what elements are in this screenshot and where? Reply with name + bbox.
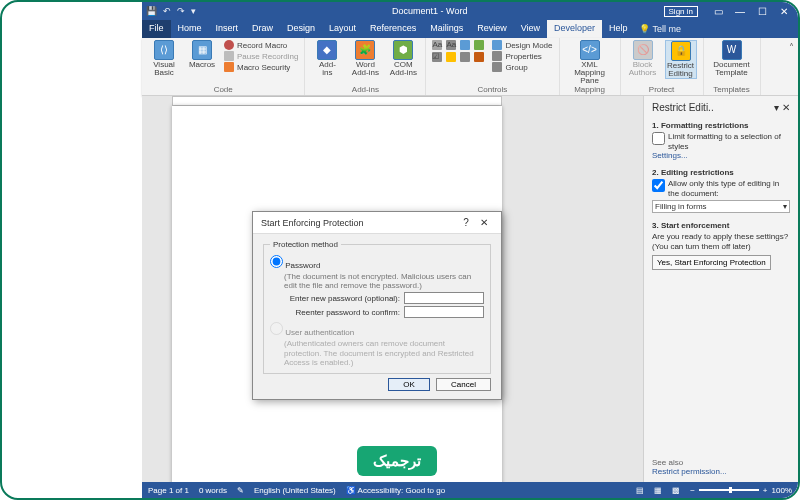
- group-label: Add-ins: [311, 85, 419, 95]
- collapse-ribbon-icon[interactable]: ˄: [785, 38, 798, 95]
- user-auth-description: (Authenticated owners can remove documen…: [284, 339, 484, 367]
- tab-file[interactable]: File: [142, 20, 171, 38]
- macros-button[interactable]: ▦Macros: [186, 40, 218, 69]
- control-richtext-icon[interactable]: Aa: [432, 40, 442, 50]
- control-dropdown-icon[interactable]: [460, 52, 470, 62]
- password-radio[interactable]: Password: [270, 261, 320, 270]
- watermark-badge: ترجمیک: [357, 446, 437, 476]
- tab-home[interactable]: Home: [171, 20, 209, 38]
- block-authors-button: 🚫Block Authors: [627, 40, 659, 77]
- group-icon: [492, 62, 502, 72]
- dialog-close-icon[interactable]: ✕: [475, 217, 493, 228]
- tab-help[interactable]: Help: [602, 20, 635, 38]
- limit-formatting-checkbox[interactable]: Limit formatting to a selection of style…: [652, 132, 790, 151]
- title-bar: 💾 ↶ ↷ ▾ Document1 - Word Sign in ▭ — ☐ ✕: [142, 2, 798, 20]
- bulb-icon: 💡: [639, 24, 650, 34]
- page-indicator[interactable]: Page 1 of 1: [148, 486, 189, 495]
- record-icon: [224, 40, 234, 50]
- tab-mailings[interactable]: Mailings: [423, 20, 470, 38]
- addins-icon: ◆: [317, 40, 337, 60]
- group-controls: Aa Aa ☑ Design Mode Properties Group Con…: [426, 38, 559, 95]
- cancel-button[interactable]: Cancel: [436, 378, 491, 391]
- spellcheck-icon[interactable]: ✎: [237, 486, 244, 495]
- record-macro-button[interactable]: Record Macro: [224, 40, 298, 50]
- restrict-editing-button[interactable]: 🔒Restrict Editing: [665, 40, 697, 79]
- tab-view[interactable]: View: [514, 20, 547, 38]
- restrict-permission-link[interactable]: Restrict permission...: [652, 467, 727, 476]
- tab-insert[interactable]: Insert: [209, 20, 246, 38]
- view-read-icon[interactable]: ▤: [636, 486, 644, 495]
- save-icon[interactable]: 💾: [146, 6, 157, 16]
- qat-more-icon[interactable]: ▾: [191, 6, 196, 16]
- zoom-control[interactable]: − + 100%: [690, 486, 792, 495]
- zoom-out-icon[interactable]: −: [690, 486, 695, 495]
- group-label: Controls: [432, 85, 552, 95]
- pane-close-icon[interactable]: ✕: [782, 102, 790, 113]
- status-bar: Page 1 of 1 0 words ✎ English (United St…: [142, 482, 798, 498]
- allow-editing-checkbox[interactable]: Allow only this type of editing in the d…: [652, 179, 790, 198]
- ribbon-options-icon[interactable]: ▭: [708, 6, 728, 17]
- language-indicator[interactable]: English (United States): [254, 486, 336, 495]
- view-print-icon[interactable]: ▦: [654, 486, 662, 495]
- addins-button[interactable]: ◆Add- ins: [311, 40, 343, 77]
- group-button[interactable]: Group: [492, 62, 552, 72]
- dialog-help-icon[interactable]: ?: [457, 217, 475, 228]
- start-enforcing-button[interactable]: Yes, Start Enforcing Protection: [652, 255, 771, 270]
- control-picture-icon[interactable]: [460, 40, 470, 50]
- document-template-button[interactable]: WDocument Template: [710, 40, 754, 77]
- group-templates: WDocument Template Templates: [704, 38, 761, 95]
- control-combobox-icon[interactable]: [446, 52, 456, 62]
- group-mapping: </>XML Mapping Pane Mapping: [560, 38, 621, 95]
- new-password-input[interactable]: [404, 292, 484, 304]
- xml-mapping-button[interactable]: </>XML Mapping Pane: [566, 40, 614, 85]
- pane-menu-icon[interactable]: ▾: [774, 102, 779, 113]
- macro-security-button[interactable]: Macro Security: [224, 62, 298, 72]
- password-description: (The document is not encrypted. Maliciou…: [284, 272, 484, 290]
- accessibility-indicator[interactable]: ♿ Accessibility: Good to go: [346, 486, 445, 495]
- com-addins-button[interactable]: ⬢COM Add-ins: [387, 40, 419, 77]
- control-checkbox-icon[interactable]: ☑: [432, 52, 442, 62]
- maximize-icon[interactable]: ☐: [752, 6, 772, 17]
- horizontal-ruler[interactable]: [172, 96, 502, 106]
- tab-draw[interactable]: Draw: [245, 20, 280, 38]
- lock-icon: 🔒: [671, 41, 691, 61]
- redo-icon[interactable]: ↷: [177, 6, 185, 16]
- close-icon[interactable]: ✕: [774, 6, 794, 17]
- ok-button[interactable]: OK: [388, 378, 430, 391]
- minimize-icon[interactable]: —: [730, 6, 750, 17]
- control-buildingblock-icon[interactable]: [474, 40, 484, 50]
- formatting-settings-link[interactable]: Settings...: [652, 151, 688, 160]
- shield-icon: [224, 62, 234, 72]
- zoom-in-icon[interactable]: +: [763, 486, 768, 495]
- control-plaintext-icon[interactable]: Aa: [446, 40, 456, 50]
- editing-restrictions-heading: 2. Editing restrictions: [652, 168, 790, 177]
- protection-method-group: Protection method Password (The document…: [263, 240, 491, 374]
- editing-type-select[interactable]: Filling in forms ▾: [652, 200, 790, 213]
- ribbon-tabs: File Home Insert Draw Design Layout Refe…: [142, 20, 798, 38]
- sign-in-button[interactable]: Sign in: [664, 6, 698, 17]
- group-label: Mapping: [566, 85, 614, 95]
- control-date-icon[interactable]: [474, 52, 484, 62]
- undo-icon[interactable]: ↶: [163, 6, 171, 16]
- tab-developer[interactable]: Developer: [547, 20, 602, 38]
- design-mode-button[interactable]: Design Mode: [492, 40, 552, 50]
- start-enforcing-protection-dialog: Start Enforcing Protection ? ✕ Protectio…: [252, 211, 502, 400]
- zoom-slider[interactable]: [699, 489, 759, 491]
- tab-layout[interactable]: Layout: [322, 20, 363, 38]
- tab-design[interactable]: Design: [280, 20, 322, 38]
- visual-basic-button[interactable]: ⟨⟩Visual Basic: [148, 40, 180, 77]
- vb-icon: ⟨⟩: [154, 40, 174, 60]
- confirm-password-input[interactable]: [404, 306, 484, 318]
- tab-references[interactable]: References: [363, 20, 423, 38]
- zoom-level[interactable]: 100%: [772, 486, 792, 495]
- start-enforcement-heading: 3. Start enforcement: [652, 221, 790, 230]
- word-count[interactable]: 0 words: [199, 486, 227, 495]
- view-web-icon[interactable]: ▩: [672, 486, 680, 495]
- word-addins-button[interactable]: 🧩Word Add-ins: [349, 40, 381, 77]
- tell-me-search[interactable]: 💡Tell me: [639, 20, 682, 38]
- confirm-password-label: Reenter password to confirm:: [284, 308, 400, 317]
- see-also-heading: See also: [652, 458, 790, 467]
- properties-button[interactable]: Properties: [492, 51, 552, 61]
- tab-review[interactable]: Review: [470, 20, 514, 38]
- document-area: Start Enforcing Protection ? ✕ Protectio…: [142, 96, 643, 482]
